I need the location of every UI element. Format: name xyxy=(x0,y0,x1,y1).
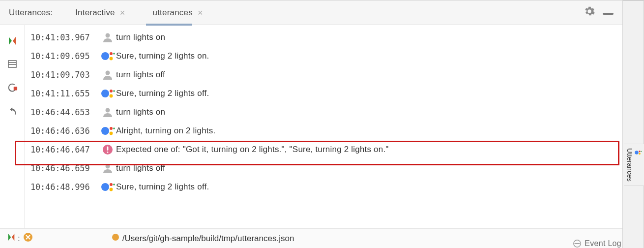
log-row[interactable]: 10:46:46.647Expected one of: "Got it, tu… xyxy=(30,140,622,159)
run-rerun-icon[interactable] xyxy=(7,233,16,244)
svg-point-9 xyxy=(106,71,110,75)
log-view: 10:41:03.967turn lights on10:41:09.695Su… xyxy=(25,25,622,228)
user-icon xyxy=(99,69,116,81)
user-icon xyxy=(99,31,116,43)
run-rerun-icon[interactable] xyxy=(7,36,17,48)
svg-point-17 xyxy=(110,132,113,135)
log-message: Expected one of: "Got it, turning on 2 l… xyxy=(116,145,389,155)
log-message: Alright, turning on 2 lights. xyxy=(116,126,215,136)
timestamp: 10:46:48.996 xyxy=(30,182,99,192)
log-row[interactable]: 10:41:09.703turn lights off xyxy=(30,65,622,84)
footer: : /Users/git/gh-sample/build/tmp/utteran… xyxy=(0,228,622,248)
svg-point-23 xyxy=(101,183,109,191)
panel-title: Utterances: xyxy=(9,8,53,18)
tab-interactive[interactable]: Interactive × xyxy=(71,0,129,25)
close-icon[interactable]: × xyxy=(120,8,125,17)
file-path: /Users/git/gh-sample/build/tmp/utterance… xyxy=(122,234,294,244)
timestamp: 10:41:11.655 xyxy=(30,89,99,98)
log-row[interactable]: 10:41:11.655Sure, turning 2 lights off. xyxy=(30,84,622,103)
svg-point-30 xyxy=(639,151,640,152)
gutter xyxy=(0,25,25,228)
svg-point-5 xyxy=(101,52,109,60)
svg-rect-20 xyxy=(107,147,109,151)
svg-point-15 xyxy=(101,127,109,135)
svg-point-31 xyxy=(639,153,641,155)
trace-icon[interactable] xyxy=(7,59,17,71)
svg-point-25 xyxy=(110,188,113,191)
svg-point-10 xyxy=(101,90,109,97)
utterances-tool-tab[interactable]: Utterances xyxy=(624,144,644,186)
log-message: turn lights off xyxy=(116,163,165,173)
svg-point-11 xyxy=(110,90,113,93)
error-icon xyxy=(99,144,116,155)
tab-label: Interactive xyxy=(75,8,115,18)
timestamp: 10:46:46.636 xyxy=(30,126,99,136)
svg-point-22 xyxy=(106,164,110,169)
timestamp: 10:41:09.703 xyxy=(30,70,99,80)
minimize-icon[interactable] xyxy=(603,13,614,15)
svg-point-7 xyxy=(110,57,113,61)
timestamp: 10:46:46.659 xyxy=(30,163,99,173)
log-row[interactable]: 10:46:46.659turn lights off xyxy=(30,159,622,178)
assistant-icon xyxy=(634,148,643,179)
svg-rect-0 xyxy=(8,61,16,67)
log-message: Sure, turning 2 lights off. xyxy=(116,89,209,98)
svg-rect-21 xyxy=(107,152,109,153)
separator: : xyxy=(18,234,20,244)
svg-point-14 xyxy=(106,108,110,113)
svg-rect-34 xyxy=(575,243,580,244)
svg-point-12 xyxy=(110,94,113,98)
log-row[interactable]: 10:46:46.636Alright, turning on 2 lights… xyxy=(30,122,622,140)
svg-point-24 xyxy=(110,183,113,186)
svg-point-6 xyxy=(110,52,113,55)
right-rail: Utterances xyxy=(623,0,644,248)
svg-point-8 xyxy=(113,53,115,55)
log-row[interactable]: 10:41:09.695Sure, turning 2 lights on. xyxy=(30,47,622,65)
tabbar: Utterances: Interactive × utterances × xyxy=(0,0,622,25)
svg-point-29 xyxy=(635,151,639,155)
timestamp: 10:41:09.695 xyxy=(30,51,99,61)
svg-point-26 xyxy=(113,184,115,186)
settings-icon[interactable] xyxy=(584,6,595,19)
close-circle-icon[interactable] xyxy=(23,232,33,245)
log-row[interactable]: 10:41:03.967turn lights on xyxy=(30,28,622,47)
svg-point-32 xyxy=(641,151,642,152)
svg-rect-3 xyxy=(13,87,17,90)
assistant-icon xyxy=(99,87,116,100)
restart-icon[interactable] xyxy=(7,82,18,95)
svg-point-28 xyxy=(112,234,119,241)
svg-point-4 xyxy=(106,33,110,38)
user-icon xyxy=(99,106,116,118)
svg-point-18 xyxy=(113,127,115,129)
timestamp: 10:46:46.647 xyxy=(30,145,99,155)
assistant-icon xyxy=(99,181,116,193)
log-row[interactable]: 10:46:48.996Sure, turning 2 lights off. xyxy=(30,178,622,196)
svg-point-16 xyxy=(110,127,113,130)
tab-label: utterances xyxy=(153,8,193,18)
log-row[interactable]: 10:46:44.653turn lights on xyxy=(30,103,622,122)
event-log-button[interactable]: Event Log xyxy=(573,239,621,248)
log-message: Sure, turning 2 lights off. xyxy=(116,182,209,192)
undo-icon[interactable] xyxy=(7,106,18,120)
rail-tab-label: Utterances xyxy=(626,148,634,182)
timestamp: 10:46:44.653 xyxy=(30,107,99,117)
log-message: turn lights on xyxy=(116,107,165,117)
timestamp: 10:41:03.967 xyxy=(30,32,99,42)
svg-point-13 xyxy=(113,90,115,92)
close-icon[interactable]: × xyxy=(198,8,203,17)
user-icon xyxy=(99,162,116,174)
assistant-icon xyxy=(99,124,116,137)
log-message: Sure, turning 2 lights on. xyxy=(116,51,209,61)
assistant-icon xyxy=(99,50,116,62)
tab-utterances[interactable]: utterances × xyxy=(149,0,207,25)
warning-dot-icon xyxy=(112,233,119,244)
log-message: turn lights on xyxy=(116,32,165,42)
log-message: turn lights off xyxy=(116,70,165,80)
